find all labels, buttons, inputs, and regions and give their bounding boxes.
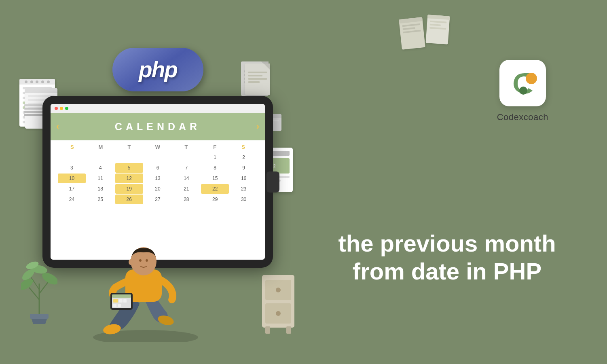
- dot-yellow: [60, 107, 63, 110]
- svg-line-5: [31, 277, 39, 290]
- cal-day-7: 7: [172, 163, 200, 173]
- cal-day-26: 26: [115, 195, 143, 204]
- svg-rect-1: [30, 314, 49, 319]
- cal-day-12: 12: [115, 174, 143, 183]
- day-sat: S: [229, 143, 258, 151]
- deco-paper-top2: [426, 15, 450, 44]
- codexcoach-icon: [499, 60, 546, 106]
- calendar-title: CALENDAR: [115, 121, 201, 133]
- calendar-body: S M T W T F S 1 2: [51, 140, 265, 212]
- svg-rect-27: [118, 304, 121, 307]
- deco-doc-upper: [245, 63, 270, 95]
- cal-day-18: 18: [87, 184, 114, 194]
- codexcoach-logo-area: Codexcoach: [497, 60, 548, 123]
- cal-day-20: 20: [144, 184, 172, 194]
- cal-day-19: 19: [115, 184, 143, 194]
- day-mon: M: [87, 143, 115, 151]
- cal-day-27: 27: [144, 195, 172, 204]
- cal-day-5: 5: [115, 163, 143, 173]
- deco-cabinet: [262, 275, 294, 328]
- day-wed: W: [144, 143, 172, 151]
- cal-day-3: 3: [58, 163, 86, 173]
- cal-day-23: 23: [230, 184, 258, 194]
- cal-day-6: 6: [144, 163, 172, 173]
- day-tue: T: [115, 143, 144, 151]
- cal-day-15: 15: [201, 174, 229, 183]
- dot-red: [55, 107, 58, 110]
- table-row: [115, 152, 143, 162]
- cal-nav-left: ‹: [56, 121, 59, 132]
- cal-day-11: 11: [87, 174, 114, 183]
- cal-day-21: 21: [172, 184, 200, 194]
- main-heading: the previous month from date in PHP: [307, 230, 587, 285]
- deco-paper-top1: [399, 17, 425, 50]
- cal-day-9: 9: [230, 163, 258, 173]
- tablet-home-button: [266, 171, 279, 193]
- table-row: [172, 152, 200, 162]
- svg-point-29: [519, 87, 527, 95]
- svg-rect-23: [113, 299, 118, 303]
- cal-day-4: 4: [87, 163, 114, 173]
- table-row: [144, 152, 172, 162]
- dot-green: [65, 107, 68, 110]
- svg-point-18: [146, 259, 148, 262]
- svg-line-3: [29, 288, 39, 300]
- svg-rect-26: [113, 304, 116, 307]
- calendar-header: ‹ CALENDAR ›: [51, 113, 265, 140]
- svg-point-28: [526, 73, 537, 84]
- svg-rect-24: [119, 299, 123, 303]
- codexcoach-name: Codexcoach: [497, 112, 548, 123]
- cal-day-10: 10: [58, 174, 86, 183]
- svg-rect-22: [112, 294, 131, 298]
- cal-day-22: 22: [201, 184, 229, 194]
- cal-day-2: 2: [230, 152, 258, 162]
- cal-day-13: 13: [144, 174, 172, 183]
- calendar-grid: 1 2 3 4 5 6 7 8 9 10 11 12 13 14: [58, 152, 258, 209]
- person-illustration: [75, 205, 216, 344]
- table-row: [87, 152, 114, 162]
- heading-line2: from date in PHP: [307, 258, 587, 285]
- svg-line-4: [39, 281, 49, 294]
- svg-point-17: [139, 259, 142, 262]
- cal-day-29: 29: [201, 195, 229, 204]
- browser-bar: [51, 104, 265, 113]
- cal-day-25: 25: [87, 195, 114, 204]
- svg-rect-25: [123, 299, 127, 303]
- cal-day-17: 17: [58, 184, 86, 194]
- svg-marker-0: [31, 318, 47, 324]
- calendar-day-names: S M T W T F S: [58, 143, 258, 151]
- cal-day-8: 8: [201, 163, 229, 173]
- cal-day-16: 16: [230, 174, 258, 183]
- cal-day-30: 30: [230, 195, 258, 204]
- cal-nav-right: ›: [256, 121, 259, 132]
- table-row: [58, 152, 86, 162]
- svg-point-19: [129, 259, 133, 265]
- php-logo: php: [112, 48, 203, 91]
- php-logo-text: php: [139, 57, 177, 83]
- day-thu: T: [172, 143, 201, 151]
- plant: [21, 243, 57, 326]
- cal-day-28: 28: [172, 195, 200, 204]
- day-fri: F: [201, 143, 229, 151]
- cal-day-1: 1: [201, 152, 229, 162]
- heading-line1: the previous month: [307, 230, 587, 257]
- day-sun: S: [58, 143, 87, 151]
- cal-day-14: 14: [172, 174, 200, 183]
- cal-day-24: 24: [58, 195, 86, 204]
